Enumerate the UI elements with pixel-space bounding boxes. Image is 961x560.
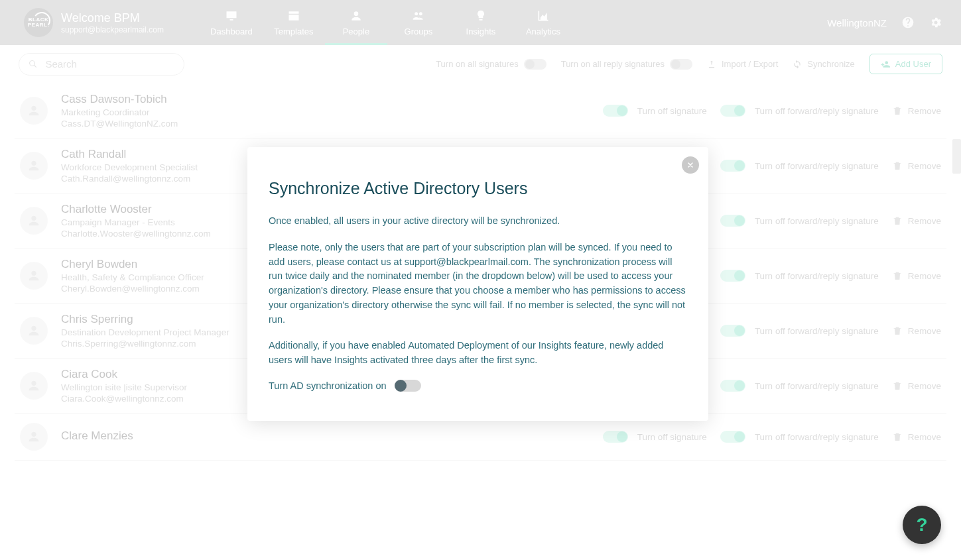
help-bubble-label: ?: [916, 514, 927, 535]
ad-sync-toggle-row: Turn AD synchronization on: [269, 380, 687, 392]
modal-paragraph: Additionally, if you have enabled Automa…: [269, 339, 687, 368]
close-icon: [686, 161, 694, 169]
modal-paragraph: Please note, only the users that are par…: [269, 241, 687, 327]
ad-sync-toggle[interactable]: [395, 380, 421, 392]
modal-paragraph: Once enabled, all users in your active d…: [269, 214, 687, 229]
ad-sync-toggle-label: Turn AD synchronization on: [269, 380, 387, 391]
modal-close-button[interactable]: [682, 156, 699, 174]
help-bubble[interactable]: ?: [903, 506, 941, 544]
sync-ad-modal: Synchronize Active Directory Users Once …: [247, 147, 708, 421]
modal-title: Synchronize Active Directory Users: [269, 179, 687, 198]
